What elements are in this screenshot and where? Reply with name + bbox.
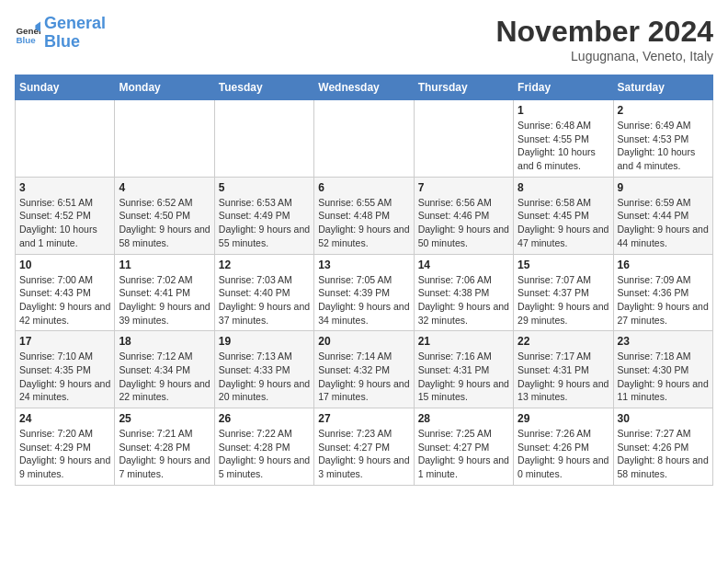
page-header: General Blue General Blue November 2024 … <box>15 15 713 63</box>
day-number: 10 <box>19 259 110 271</box>
day-info: Sunrise: 6:56 AM Sunset: 4:46 PM Dayligh… <box>418 196 509 250</box>
calendar-cell: 7Sunrise: 6:56 AM Sunset: 4:46 PM Daylig… <box>414 177 513 254</box>
calendar-cell: 25Sunrise: 7:21 AM Sunset: 4:28 PM Dayli… <box>115 408 214 486</box>
day-info: Sunrise: 7:22 AM Sunset: 4:28 PM Dayligh… <box>219 427 310 481</box>
calendar-body: 1Sunrise: 6:48 AM Sunset: 4:55 PM Daylig… <box>16 100 713 486</box>
day-info: Sunrise: 7:17 AM Sunset: 4:31 PM Dayligh… <box>518 350 609 404</box>
day-number: 9 <box>618 181 709 194</box>
calendar-week: 1Sunrise: 6:48 AM Sunset: 4:55 PM Daylig… <box>16 100 713 178</box>
month-title: November 2024 <box>495 15 713 49</box>
calendar-cell: 4Sunrise: 6:52 AM Sunset: 4:50 PM Daylig… <box>115 177 214 254</box>
logo-icon: General Blue <box>15 20 40 46</box>
calendar-cell: 14Sunrise: 7:06 AM Sunset: 4:38 PM Dayli… <box>414 254 513 331</box>
calendar-cell <box>314 100 414 178</box>
calendar-cell <box>414 100 513 178</box>
title-area: November 2024 Lugugnana, Veneto, Italy <box>495 15 713 63</box>
day-info: Sunrise: 7:14 AM Sunset: 4:32 PM Dayligh… <box>318 350 409 404</box>
calendar-cell: 18Sunrise: 7:12 AM Sunset: 4:34 PM Dayli… <box>115 331 214 408</box>
day-number: 15 <box>518 259 609 271</box>
weekday-header: Saturday <box>613 75 712 100</box>
day-info: Sunrise: 7:26 AM Sunset: 4:26 PM Dayligh… <box>518 427 609 481</box>
day-number: 6 <box>318 181 409 194</box>
day-info: Sunrise: 7:09 AM Sunset: 4:36 PM Dayligh… <box>618 273 709 327</box>
calendar-cell: 2Sunrise: 6:49 AM Sunset: 4:53 PM Daylig… <box>613 100 712 178</box>
weekday-header: Sunday <box>16 75 115 100</box>
day-info: Sunrise: 6:59 AM Sunset: 4:44 PM Dayligh… <box>618 196 709 250</box>
weekday-header: Friday <box>514 75 613 100</box>
calendar-cell: 22Sunrise: 7:17 AM Sunset: 4:31 PM Dayli… <box>514 331 613 408</box>
calendar-week: 3Sunrise: 6:51 AM Sunset: 4:52 PM Daylig… <box>16 177 713 254</box>
day-number: 30 <box>618 412 709 425</box>
day-number: 11 <box>119 259 210 271</box>
day-number: 2 <box>618 104 709 117</box>
calendar-cell: 26Sunrise: 7:22 AM Sunset: 4:28 PM Dayli… <box>214 408 313 486</box>
day-number: 17 <box>19 335 110 348</box>
day-number: 23 <box>618 335 709 348</box>
day-number: 12 <box>219 259 310 271</box>
day-number: 22 <box>518 335 609 348</box>
logo: General Blue General Blue <box>15 15 106 52</box>
day-info: Sunrise: 7:02 AM Sunset: 4:41 PM Dayligh… <box>119 273 210 327</box>
calendar-cell <box>214 100 313 178</box>
calendar-week: 17Sunrise: 7:10 AM Sunset: 4:35 PM Dayli… <box>16 331 713 408</box>
calendar-cell: 3Sunrise: 6:51 AM Sunset: 4:52 PM Daylig… <box>16 177 115 254</box>
weekday-header: Monday <box>115 75 214 100</box>
calendar-week: 24Sunrise: 7:20 AM Sunset: 4:29 PM Dayli… <box>16 408 713 486</box>
day-number: 21 <box>418 335 509 348</box>
day-number: 16 <box>618 259 709 271</box>
calendar-cell: 10Sunrise: 7:00 AM Sunset: 4:43 PM Dayli… <box>16 254 115 331</box>
calendar-header: SundayMondayTuesdayWednesdayThursdayFrid… <box>16 75 713 100</box>
day-number: 19 <box>219 335 310 348</box>
day-info: Sunrise: 6:48 AM Sunset: 4:55 PM Dayligh… <box>518 119 609 173</box>
calendar-cell <box>115 100 214 178</box>
day-info: Sunrise: 7:21 AM Sunset: 4:28 PM Dayligh… <box>119 427 210 481</box>
day-number: 13 <box>318 259 409 271</box>
calendar-cell: 28Sunrise: 7:25 AM Sunset: 4:27 PM Dayli… <box>414 408 513 486</box>
location: Lugugnana, Veneto, Italy <box>495 49 713 63</box>
day-info: Sunrise: 7:18 AM Sunset: 4:30 PM Dayligh… <box>618 350 709 404</box>
day-info: Sunrise: 7:27 AM Sunset: 4:26 PM Dayligh… <box>618 427 709 481</box>
calendar-cell: 23Sunrise: 7:18 AM Sunset: 4:30 PM Dayli… <box>613 331 712 408</box>
day-number: 8 <box>518 181 609 194</box>
day-number: 20 <box>318 335 409 348</box>
calendar-cell: 15Sunrise: 7:07 AM Sunset: 4:37 PM Dayli… <box>514 254 613 331</box>
calendar-cell: 5Sunrise: 6:53 AM Sunset: 4:49 PM Daylig… <box>214 177 313 254</box>
calendar-cell: 1Sunrise: 6:48 AM Sunset: 4:55 PM Daylig… <box>514 100 613 178</box>
day-info: Sunrise: 7:07 AM Sunset: 4:37 PM Dayligh… <box>518 273 609 327</box>
calendar-cell: 16Sunrise: 7:09 AM Sunset: 4:36 PM Dayli… <box>613 254 712 331</box>
day-info: Sunrise: 6:49 AM Sunset: 4:53 PM Dayligh… <box>618 119 709 173</box>
weekday-header: Tuesday <box>214 75 313 100</box>
calendar: SundayMondayTuesdayWednesdayThursdayFrid… <box>15 75 713 486</box>
weekday-header: Wednesday <box>314 75 414 100</box>
day-info: Sunrise: 6:53 AM Sunset: 4:49 PM Dayligh… <box>219 196 310 250</box>
calendar-cell: 19Sunrise: 7:13 AM Sunset: 4:33 PM Dayli… <box>214 331 313 408</box>
calendar-cell: 20Sunrise: 7:14 AM Sunset: 4:32 PM Dayli… <box>314 331 414 408</box>
calendar-cell: 27Sunrise: 7:23 AM Sunset: 4:27 PM Dayli… <box>314 408 414 486</box>
day-number: 26 <box>219 412 310 425</box>
day-number: 18 <box>119 335 210 348</box>
calendar-cell: 24Sunrise: 7:20 AM Sunset: 4:29 PM Dayli… <box>16 408 115 486</box>
day-info: Sunrise: 7:03 AM Sunset: 4:40 PM Dayligh… <box>219 273 310 327</box>
calendar-cell: 29Sunrise: 7:26 AM Sunset: 4:26 PM Dayli… <box>514 408 613 486</box>
logo-blue: Blue <box>44 32 80 51</box>
day-info: Sunrise: 6:52 AM Sunset: 4:50 PM Dayligh… <box>119 196 210 250</box>
day-info: Sunrise: 7:20 AM Sunset: 4:29 PM Dayligh… <box>19 427 110 481</box>
calendar-cell: 6Sunrise: 6:55 AM Sunset: 4:48 PM Daylig… <box>314 177 414 254</box>
day-info: Sunrise: 7:12 AM Sunset: 4:34 PM Dayligh… <box>119 350 210 404</box>
logo-general: General <box>44 14 106 32</box>
day-number: 7 <box>418 181 509 194</box>
day-number: 4 <box>119 181 210 194</box>
day-info: Sunrise: 6:58 AM Sunset: 4:45 PM Dayligh… <box>518 196 609 250</box>
svg-text:Blue: Blue <box>16 35 36 45</box>
calendar-cell: 17Sunrise: 7:10 AM Sunset: 4:35 PM Dayli… <box>16 331 115 408</box>
day-info: Sunrise: 7:00 AM Sunset: 4:43 PM Dayligh… <box>19 273 110 327</box>
day-info: Sunrise: 7:25 AM Sunset: 4:27 PM Dayligh… <box>418 427 509 481</box>
day-number: 1 <box>518 104 609 117</box>
calendar-cell: 30Sunrise: 7:27 AM Sunset: 4:26 PM Dayli… <box>613 408 712 486</box>
calendar-cell: 11Sunrise: 7:02 AM Sunset: 4:41 PM Dayli… <box>115 254 214 331</box>
day-number: 29 <box>518 412 609 425</box>
day-info: Sunrise: 7:13 AM Sunset: 4:33 PM Dayligh… <box>219 350 310 404</box>
logo-text: General Blue <box>44 15 106 52</box>
day-info: Sunrise: 7:05 AM Sunset: 4:39 PM Dayligh… <box>318 273 409 327</box>
day-info: Sunrise: 7:16 AM Sunset: 4:31 PM Dayligh… <box>418 350 509 404</box>
